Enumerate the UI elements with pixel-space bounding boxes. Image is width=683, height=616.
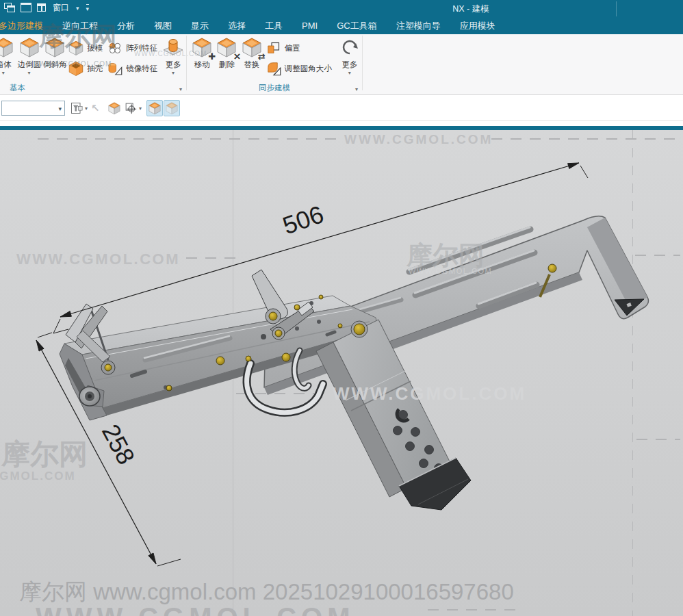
quick-access-caret-icon[interactable]: ▾ (86, 4, 90, 12)
window-glyph-icon (37, 3, 47, 13)
window-menu[interactable]: 窗口 (53, 2, 69, 14)
cylinder-icon (162, 36, 184, 60)
ribbon-button-move[interactable]: ✚ 移动 (190, 36, 214, 69)
tab-reverse-engineering[interactable]: 逆向工程 (53, 18, 107, 34)
model-3d-smg: 506 258 (0, 130, 683, 616)
watermark-dash (428, 609, 524, 611)
ribbon-button-chamfer[interactable]: 倒斜角 (42, 36, 68, 69)
dropdown-caret-icon: ▾ (28, 70, 31, 76)
window-menu-caret-icon[interactable]: ▾ (76, 5, 79, 12)
tab-view[interactable]: 视图 (144, 18, 181, 34)
group-label-basic: 基本 (10, 83, 25, 93)
cascade-windows-icon[interactable] (4, 3, 16, 13)
group-dialog-caret-icon[interactable]: ▾ (179, 86, 182, 92)
watermark-site-lower-left: WWW.CGMOL.COM (0, 470, 76, 483)
watermark-site-bottom: WWW.CGMOL.COM (36, 602, 355, 616)
tab-tools[interactable]: 工具 (255, 18, 292, 34)
dimension-length-label: 506 (279, 200, 327, 240)
watermark-site-on-model: WWW.CGMOL.COM (409, 267, 492, 275)
blend-size-icon (266, 60, 282, 77)
ribbon-group-basic: 箱体 ▾ 边倒圆 ▾ 倒斜角 拔模 (0, 34, 186, 94)
titlebar-divider (616, 1, 617, 16)
cube-icon (44, 36, 66, 60)
tab-analysis[interactable]: 分析 (107, 18, 144, 34)
group-separator (362, 36, 363, 90)
tab-pmi[interactable]: PMI (292, 18, 327, 34)
ribbon-button-delete[interactable]: × 删除 (214, 36, 239, 69)
tab-display[interactable]: 显示 (181, 18, 218, 34)
selection-scope-combo[interactable]: ▾ (1, 101, 65, 116)
refresh-icon (339, 36, 361, 60)
ribbon-button-resize-blend[interactable]: 调整圆角大小 (266, 60, 332, 77)
ribbon-button-more-basic[interactable]: 更多 ▾ (160, 36, 186, 76)
watermark-site-top: WWW.CGMOL.COM (344, 132, 493, 147)
tab-polygon-modeling[interactable]: 多边形建模 (0, 18, 53, 34)
group-label-synchronous-modeling: 同步建模 (259, 83, 290, 93)
ribbon-button-replace[interactable]: ⇄ 替换 (240, 36, 264, 69)
tab-application[interactable]: 应用模块 (450, 18, 505, 34)
mirror-icon (107, 60, 123, 77)
tab-gc-toolbox[interactable]: GC工具箱 (327, 18, 387, 34)
combo-caret-icon: ▾ (58, 105, 62, 112)
watermark-site-center: WWW.CGMOL.COM (333, 383, 526, 405)
cube-icon (0, 36, 14, 60)
ribbon-button-pattern-feature[interactable]: 阵列特征 (107, 39, 157, 57)
cube-replace-icon: ⇄ (241, 36, 263, 60)
shell-icon (68, 60, 84, 77)
cube-icon (18, 36, 40, 60)
app-title: NX - 建模 (416, 3, 526, 15)
ribbon-button-box-body[interactable]: 箱体 ▾ (0, 36, 16, 76)
dropdown-caret-icon: ▾ (348, 70, 351, 76)
ribbon: 箱体 ▾ 边倒圆 ▾ 倒斜角 拔模 (0, 34, 683, 95)
dimension-height-label: 258 (96, 420, 140, 469)
title-bar: 窗口 ▾ ▾ NX - 建模 (0, 0, 683, 18)
disabled-history-button: ↖ (91, 100, 100, 116)
ribbon-group-synchronous-modeling: ✚ 移动 × 删除 ⇄ 替换 偏置 (187, 34, 362, 94)
dropdown-caret-icon: ▾ (172, 70, 175, 76)
pattern-icon (107, 40, 123, 56)
ribbon-button-shell[interactable]: 抽壳 (68, 60, 103, 77)
ribbon-button-mirror-feature[interactable]: 镜像特征 (107, 60, 157, 77)
watermark-site-left: WWW.CGMOL.COM (16, 251, 180, 268)
selection-toolbar: ▾ ▾ ↖ ▾ (0, 95, 683, 121)
tab-mold-wizard[interactable]: 注塑模向导 (387, 18, 450, 34)
wireframe-view-toggle[interactable] (164, 100, 180, 116)
cube-delete-icon: × (216, 36, 237, 60)
tab-select[interactable]: 选择 (218, 18, 255, 34)
snap-crosshair-button[interactable]: ▾ (124, 100, 142, 116)
toolbar-gap (0, 121, 683, 126)
group-dialog-caret-icon[interactable]: ▾ (355, 86, 358, 92)
cube-icon (68, 40, 84, 56)
graphics-viewport[interactable]: 506 258 WWW.CGMOL.COM WWW.CGMOL.COM WWW.… (0, 130, 683, 616)
ribbon-button-edge-blend[interactable]: 边倒圆 ▾ (16, 36, 42, 76)
nx-application-window: 窗口 ▾ ▾ NX - 建模 多边形建模 逆向工程 分析 视图 显示 选择 工具… (0, 0, 683, 616)
type-filter-button[interactable]: ▾ (70, 100, 88, 116)
shaded-view-toggle[interactable] (146, 100, 163, 116)
maximize-window-icon[interactable] (21, 3, 32, 13)
ribbon-button-more-sync[interactable]: 更多 ▾ (337, 36, 362, 76)
cube-move-icon: ✚ (191, 36, 213, 60)
dropdown-caret-icon: ▾ (2, 70, 5, 76)
offset-icon (266, 40, 282, 56)
ribbon-button-offset[interactable]: 偏置 (266, 39, 332, 57)
watermark-brand-lower-left: 摩尔网 (1, 435, 88, 474)
ribbon-button-draft[interactable]: 拔模 (68, 39, 103, 57)
snap-point-cube-button[interactable] (107, 100, 121, 116)
ribbon-tab-bar: 多边形建模 逆向工程 分析 视图 显示 选择 工具 PMI GC工具箱 注塑模向… (0, 18, 683, 34)
